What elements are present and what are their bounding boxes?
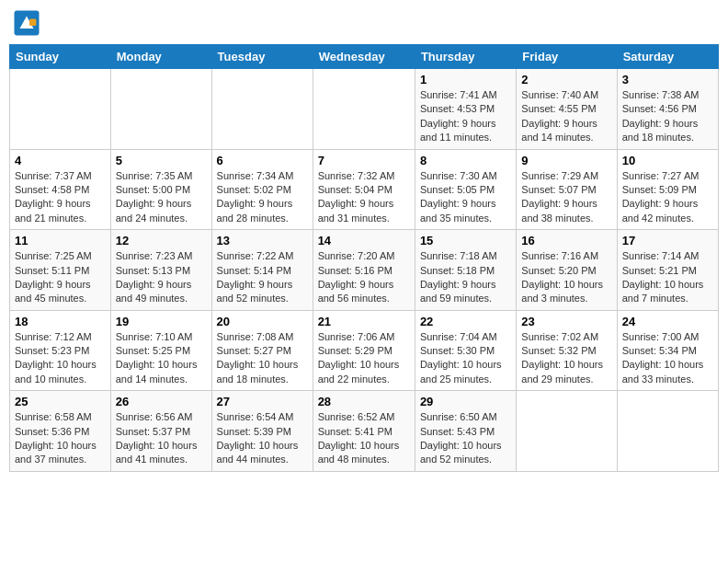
- calendar-cell: 9Sunrise: 7:29 AMSunset: 5:07 PMDaylight…: [517, 149, 617, 230]
- calendar-cell: 4Sunrise: 7:37 AMSunset: 4:58 PMDaylight…: [10, 149, 111, 230]
- calendar-cell: 25Sunrise: 6:58 AMSunset: 5:36 PMDayligh…: [10, 391, 111, 472]
- day-number: 21: [318, 315, 410, 328]
- day-info: Sunrise: 7:22 AMSunset: 5:14 PMDaylight:…: [217, 249, 308, 306]
- day-info: Sunrise: 7:25 AMSunset: 5:11 PMDaylight:…: [15, 249, 106, 306]
- day-number: 1: [420, 73, 511, 86]
- day-number: 17: [622, 234, 713, 247]
- calendar-cell: 16Sunrise: 7:16 AMSunset: 5:20 PMDayligh…: [517, 230, 617, 311]
- calendar-header-row: SundayMondayTuesdayWednesdayThursdayFrid…: [10, 45, 719, 69]
- calendar-cell: 29Sunrise: 6:50 AMSunset: 5:43 PMDayligh…: [415, 391, 516, 472]
- day-info: Sunrise: 6:52 AMSunset: 5:41 PMDaylight:…: [318, 410, 410, 467]
- calendar-cell: 21Sunrise: 7:06 AMSunset: 5:29 PMDayligh…: [313, 310, 415, 391]
- day-number: 6: [217, 154, 308, 167]
- day-number: 2: [521, 73, 611, 86]
- day-info: Sunrise: 7:14 AMSunset: 5:21 PMDaylight:…: [622, 249, 713, 306]
- day-number: 22: [420, 315, 511, 328]
- calendar-cell: 13Sunrise: 7:22 AMSunset: 5:14 PMDayligh…: [211, 230, 313, 311]
- calendar-cell: 7Sunrise: 7:32 AMSunset: 5:04 PMDaylight…: [313, 149, 415, 230]
- day-info: Sunrise: 7:37 AMSunset: 4:58 PMDaylight:…: [15, 169, 106, 226]
- day-number: 13: [217, 234, 308, 247]
- day-number: 26: [116, 395, 207, 408]
- day-number: 4: [15, 154, 106, 167]
- day-info: Sunrise: 6:58 AMSunset: 5:36 PMDaylight:…: [15, 410, 106, 467]
- day-info: Sunrise: 7:00 AMSunset: 5:34 PMDaylight:…: [622, 330, 713, 387]
- column-header-friday: Friday: [517, 45, 617, 69]
- calendar-cell: [313, 69, 415, 150]
- calendar-cell: 3Sunrise: 7:38 AMSunset: 4:56 PMDaylight…: [617, 69, 718, 150]
- column-header-monday: Monday: [110, 45, 211, 69]
- day-number: 19: [116, 315, 207, 328]
- day-info: Sunrise: 7:08 AMSunset: 5:27 PMDaylight:…: [217, 330, 308, 387]
- calendar-cell: 26Sunrise: 6:56 AMSunset: 5:37 PMDayligh…: [110, 391, 211, 472]
- day-info: Sunrise: 7:12 AMSunset: 5:23 PMDaylight:…: [15, 330, 106, 387]
- day-info: Sunrise: 7:30 AMSunset: 5:05 PMDaylight:…: [420, 169, 511, 226]
- calendar-cell: 28Sunrise: 6:52 AMSunset: 5:41 PMDayligh…: [313, 391, 415, 472]
- day-number: 10: [622, 154, 713, 167]
- column-header-saturday: Saturday: [617, 45, 718, 69]
- calendar-cell: [110, 69, 211, 150]
- day-info: Sunrise: 7:38 AMSunset: 4:56 PMDaylight:…: [622, 88, 713, 145]
- day-number: 12: [116, 234, 207, 247]
- calendar-cell: 22Sunrise: 7:04 AMSunset: 5:30 PMDayligh…: [415, 310, 516, 391]
- calendar-cell: 11Sunrise: 7:25 AMSunset: 5:11 PMDayligh…: [10, 230, 111, 311]
- day-number: 8: [420, 154, 511, 167]
- column-header-wednesday: Wednesday: [313, 45, 415, 69]
- logo-icon: [13, 9, 40, 37]
- day-number: 20: [217, 315, 308, 328]
- day-info: Sunrise: 7:04 AMSunset: 5:30 PMDaylight:…: [420, 330, 511, 387]
- day-info: Sunrise: 7:41 AMSunset: 4:53 PMDaylight:…: [420, 88, 511, 145]
- calendar-cell: 24Sunrise: 7:00 AMSunset: 5:34 PMDayligh…: [617, 310, 718, 391]
- calendar-cell: 18Sunrise: 7:12 AMSunset: 5:23 PMDayligh…: [10, 310, 111, 391]
- day-number: 28: [318, 395, 410, 408]
- calendar-week-4: 18Sunrise: 7:12 AMSunset: 5:23 PMDayligh…: [10, 310, 719, 391]
- calendar-cell: 14Sunrise: 7:20 AMSunset: 5:16 PMDayligh…: [313, 230, 415, 311]
- column-header-tuesday: Tuesday: [211, 45, 313, 69]
- calendar-week-1: 1Sunrise: 7:41 AMSunset: 4:53 PMDaylight…: [10, 69, 719, 150]
- calendar-cell: 6Sunrise: 7:34 AMSunset: 5:02 PMDaylight…: [211, 149, 313, 230]
- calendar-week-5: 25Sunrise: 6:58 AMSunset: 5:36 PMDayligh…: [10, 391, 719, 472]
- calendar-week-3: 11Sunrise: 7:25 AMSunset: 5:11 PMDayligh…: [10, 230, 719, 311]
- calendar-cell: 23Sunrise: 7:02 AMSunset: 5:32 PMDayligh…: [517, 310, 617, 391]
- day-info: Sunrise: 7:18 AMSunset: 5:18 PMDaylight:…: [420, 249, 511, 306]
- calendar-cell: 8Sunrise: 7:30 AMSunset: 5:05 PMDaylight…: [415, 149, 516, 230]
- day-number: 25: [15, 395, 106, 408]
- column-header-thursday: Thursday: [415, 45, 516, 69]
- day-info: Sunrise: 6:50 AMSunset: 5:43 PMDaylight:…: [420, 410, 511, 467]
- calendar-cell: 1Sunrise: 7:41 AMSunset: 4:53 PMDaylight…: [415, 69, 516, 150]
- day-number: 18: [15, 315, 106, 328]
- day-number: 7: [318, 154, 410, 167]
- page-header: [9, 9, 719, 37]
- calendar-week-2: 4Sunrise: 7:37 AMSunset: 4:58 PMDaylight…: [10, 149, 719, 230]
- day-info: Sunrise: 7:35 AMSunset: 5:00 PMDaylight:…: [116, 169, 207, 226]
- day-number: 16: [521, 234, 611, 247]
- day-info: Sunrise: 6:56 AMSunset: 5:37 PMDaylight:…: [116, 410, 207, 467]
- day-number: 27: [217, 395, 308, 408]
- calendar-cell: [517, 391, 617, 472]
- day-number: 14: [318, 234, 410, 247]
- calendar-cell: 2Sunrise: 7:40 AMSunset: 4:55 PMDaylight…: [517, 69, 617, 150]
- day-info: Sunrise: 7:40 AMSunset: 4:55 PMDaylight:…: [521, 88, 611, 145]
- day-number: 23: [521, 315, 611, 328]
- day-number: 5: [116, 154, 207, 167]
- day-info: Sunrise: 7:06 AMSunset: 5:29 PMDaylight:…: [318, 330, 410, 387]
- calendar-cell: [211, 69, 313, 150]
- calendar-table: SundayMondayTuesdayWednesdayThursdayFrid…: [9, 44, 719, 472]
- day-number: 24: [622, 315, 713, 328]
- day-number: 11: [15, 234, 106, 247]
- day-number: 29: [420, 395, 511, 408]
- day-info: Sunrise: 7:20 AMSunset: 5:16 PMDaylight:…: [318, 249, 410, 306]
- day-info: Sunrise: 7:32 AMSunset: 5:04 PMDaylight:…: [318, 169, 410, 226]
- day-number: 15: [420, 234, 511, 247]
- calendar-cell: 5Sunrise: 7:35 AMSunset: 5:00 PMDaylight…: [110, 149, 211, 230]
- day-info: Sunrise: 7:34 AMSunset: 5:02 PMDaylight:…: [217, 169, 308, 226]
- calendar-cell: 20Sunrise: 7:08 AMSunset: 5:27 PMDayligh…: [211, 310, 313, 391]
- logo: [13, 9, 44, 37]
- calendar-cell: 12Sunrise: 7:23 AMSunset: 5:13 PMDayligh…: [110, 230, 211, 311]
- svg-rect-2: [29, 19, 37, 27]
- day-info: Sunrise: 7:02 AMSunset: 5:32 PMDaylight:…: [521, 330, 611, 387]
- column-header-sunday: Sunday: [10, 45, 111, 69]
- calendar-cell: 15Sunrise: 7:18 AMSunset: 5:18 PMDayligh…: [415, 230, 516, 311]
- day-number: 9: [521, 154, 611, 167]
- calendar-cell: 17Sunrise: 7:14 AMSunset: 5:21 PMDayligh…: [617, 230, 718, 311]
- day-info: Sunrise: 7:16 AMSunset: 5:20 PMDaylight:…: [521, 249, 611, 306]
